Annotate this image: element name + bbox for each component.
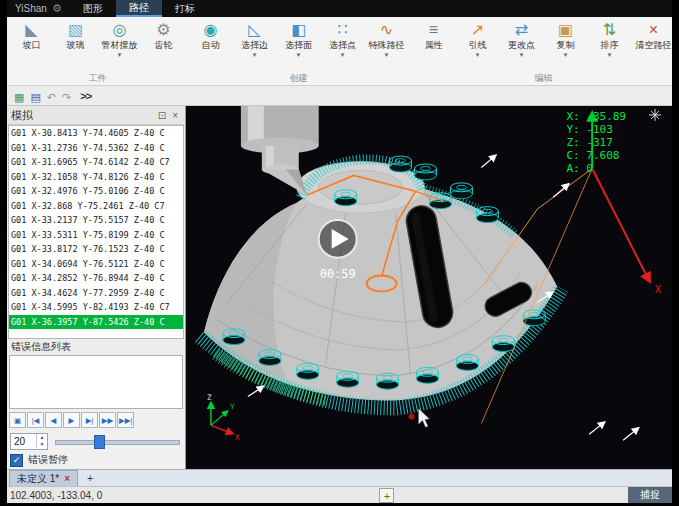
readout-line: A: 0 <box>566 162 626 175</box>
gcode-line[interactable]: G01 X-30.8413 Y-74.4605 Z-40 C <box>9 126 183 141</box>
app-menu-gear-icon[interactable]: ⚙ <box>52 2 62 15</box>
pipe-layout-icon: ◎ <box>113 21 127 40</box>
step-back-button[interactable]: ◀ <box>45 412 62 428</box>
ribbon-button-glass[interactable]: ▧玻璃 <box>54 18 97 72</box>
pause-on-error-row: ✓ 错误暂停 <box>7 451 185 469</box>
gcode-line[interactable]: G01 X-32.4976 Y-75.0106 Z-40 C <box>9 184 183 199</box>
axis-x-label: X <box>655 284 661 295</box>
ribbon-button-auto[interactable]: ◉自动 <box>189 18 232 72</box>
ribbon-button-sort[interactable]: ⇅排序▾ <box>588 18 631 72</box>
panel-pin-icon[interactable]: ⊡ <box>155 110 169 121</box>
speed-slider[interactable] <box>53 433 182 449</box>
document-tab-close-icon[interactable]: × <box>64 473 70 484</box>
ribbon-button-properties[interactable]: ≡属性 <box>412 18 455 72</box>
lead-line-icon: ↗ <box>471 21 484 40</box>
title-tab-bar: YiShan ⚙ 图形路径打标 <box>7 0 672 17</box>
triad-y-label: Y <box>230 403 235 412</box>
play-button[interactable]: ▶ <box>63 412 80 428</box>
ribbon-button-change-point[interactable]: ⇄更改点▾ <box>500 18 543 72</box>
gcode-line[interactable]: G01 X-34.5995 Y-82.4193 Z-40 C7 <box>9 300 183 315</box>
gcode-line[interactable]: G01 X-33.5311 Y-75.8199 Z-40 C <box>9 228 183 243</box>
video-play-overlay[interactable]: 00:59 <box>319 220 357 281</box>
pause-on-error-label: 错误暂停 <box>28 453 68 467</box>
ribbon-group-buttons: ≡属性↗引线▾⇄更改点▾▣复制▾⇅排序▾×清空路径 <box>412 18 672 72</box>
toolbar-expander[interactable]: >> <box>80 90 91 102</box>
gcode-line[interactable]: G01 X-33.2137 Y-75.5157 Z-40 C <box>9 213 183 228</box>
ribbon-button-select-edge[interactable]: ◺选择边▾ <box>233 18 276 72</box>
gcode-line[interactable]: G01 X-31.2736 Y-74.5362 Z-40 C <box>9 141 183 156</box>
dropdown-caret-icon: ▾ <box>297 51 301 58</box>
glass-icon: ▧ <box>68 21 83 40</box>
step-forward-button[interactable]: ▶| <box>81 412 98 428</box>
video-timestamp: 00:59 <box>320 267 356 281</box>
ribbon-group-label: 编辑 <box>412 72 672 85</box>
change-point-icon: ⇄ <box>515 21 528 40</box>
quickbar-icons: ▦▤↶↷ <box>11 87 74 105</box>
gcode-line[interactable]: G01 X-33.8172 Y-76.1523 Z-40 C <box>9 242 183 257</box>
run-to-end-button[interactable]: ▶▶| <box>117 412 134 428</box>
select-point-icon: ∷ <box>337 21 347 40</box>
gcode-line[interactable]: G01 X-32.868 Y-75.2461 Z-40 C7 <box>9 199 183 214</box>
ribbon: ◣坡口▧玻璃◎管材摆放▾⚙齿轮工件◉自动◺选择边▾◧选择面▾∷选择点▾∿特殊路径… <box>7 17 672 86</box>
slider-handle[interactable] <box>94 435 105 449</box>
ribbon-button-lead-line[interactable]: ↗引线▾ <box>456 18 499 72</box>
tab-path[interactable]: 路径 <box>116 0 162 17</box>
ribbon-button-label: 齿轮 <box>155 40 173 51</box>
auto-icon: ◉ <box>204 21 218 40</box>
slider-track <box>55 440 180 445</box>
tab-graphics[interactable]: 图形 <box>70 0 116 17</box>
app-logo[interactable]: YiShan ⚙ <box>7 0 70 17</box>
document-tab[interactable]: 未定义 1* × <box>9 470 78 486</box>
select-face-icon: ◧ <box>291 21 306 40</box>
ribbon-button-pipe-layout[interactable]: ◎管材摆放▾ <box>98 18 141 72</box>
save-icon[interactable]: ▤ <box>27 91 43 103</box>
ribbon-button-label: 属性 <box>425 40 443 51</box>
select-edge-icon: ◺ <box>248 21 260 40</box>
redo-icon[interactable]: ↷ <box>59 91 74 103</box>
ribbon-button-label: 选择面 <box>285 40 312 51</box>
error-list-label: 错误信息列表 <box>7 339 185 355</box>
ribbon-button-label: 引线 <box>469 40 487 51</box>
ribbon-button-gear[interactable]: ⚙齿轮 <box>142 18 185 72</box>
ribbon-button-clear-path[interactable]: ×清空路径 <box>632 18 672 72</box>
undo-icon[interactable]: ↶ <box>44 91 59 103</box>
speed-row: 20 ▲▼ <box>7 431 185 451</box>
axis-readout: X: -35.89Y: -103Z: -317C: 7.608A: 0 <box>566 110 626 175</box>
tab-mark[interactable]: 打标 <box>162 0 208 17</box>
dropdown-caret-icon: ▾ <box>118 51 122 58</box>
ribbon-group-label: 创建 <box>189 72 408 85</box>
copy-icon: ▣ <box>558 21 573 40</box>
special-path-icon: ∿ <box>380 21 393 40</box>
first-step-button[interactable]: |◀ <box>27 412 44 428</box>
gcode-line[interactable]: G01 X-36.3957 Y-87.5426 Z-40 C <box>9 315 183 330</box>
gcode-line[interactable]: G01 X-34.2852 Y-76.8944 Z-40 C <box>9 271 183 286</box>
ribbon-group: ◉自动◺选择边▾◧选择面▾∷选择点▾∿特殊路径▾创建 <box>188 17 409 85</box>
ribbon-button-special-path[interactable]: ∿特殊路径▾ <box>365 18 408 72</box>
ribbon-button-label: 管材摆放 <box>102 40 138 51</box>
gcode-line[interactable]: G01 X-34.0694 Y-76.5121 Z-40 C <box>9 257 183 272</box>
gcode-list[interactable]: G01 X-30.8413 Y-74.4605 Z-40 CG01 X-31.2… <box>8 125 184 339</box>
ribbon-group-buttons: ◉自动◺选择边▾◧选择面▾∷选择点▾∿特殊路径▾ <box>189 18 408 72</box>
main-area: 模拟 ⊡ × G01 X-30.8413 Y-74.4605 Z-40 CG01… <box>7 106 672 469</box>
pause-on-error-checkbox[interactable]: ✓ <box>10 454 23 467</box>
viewport-3d[interactable]: X Z <box>186 106 672 469</box>
dropdown-caret-icon: ▾ <box>385 51 389 58</box>
ribbon-button-copy[interactable]: ▣复制▾ <box>544 18 587 72</box>
ribbon-button-select-face[interactable]: ◧选择面▾ <box>277 18 320 72</box>
spinner-arrows-icon[interactable]: ▲▼ <box>36 434 47 448</box>
ribbon-button-select-point[interactable]: ∷选择点▾ <box>321 18 364 72</box>
ribbon-button-label: 坡口 <box>23 40 41 51</box>
gcode-line[interactable]: G01 X-32.1058 Y-74.8126 Z-40 C <box>9 170 183 185</box>
gcode-line[interactable]: G01 X-34.4624 Y-77.2959 Z-40 C <box>9 286 183 301</box>
ribbon-button-bevel[interactable]: ◣坡口 <box>10 18 53 72</box>
status-plus-icon[interactable]: + <box>379 488 394 503</box>
save-simulation-button[interactable]: ▣ <box>9 412 26 428</box>
last-step-button[interactable]: ▶▶ <box>99 412 116 428</box>
panel-close-icon[interactable]: × <box>169 110 181 121</box>
speed-spinner[interactable]: 20 ▲▼ <box>10 433 48 450</box>
view-grid-icon[interactable]: ▦ <box>11 91 27 103</box>
new-document-tab-button[interactable]: + <box>81 470 99 486</box>
error-list-box[interactable] <box>9 355 183 409</box>
snap-button[interactable]: 捕捉 <box>628 487 672 503</box>
gcode-line[interactable]: G01 X-31.6965 Y-74.6142 Z-40 C7 <box>9 155 183 170</box>
